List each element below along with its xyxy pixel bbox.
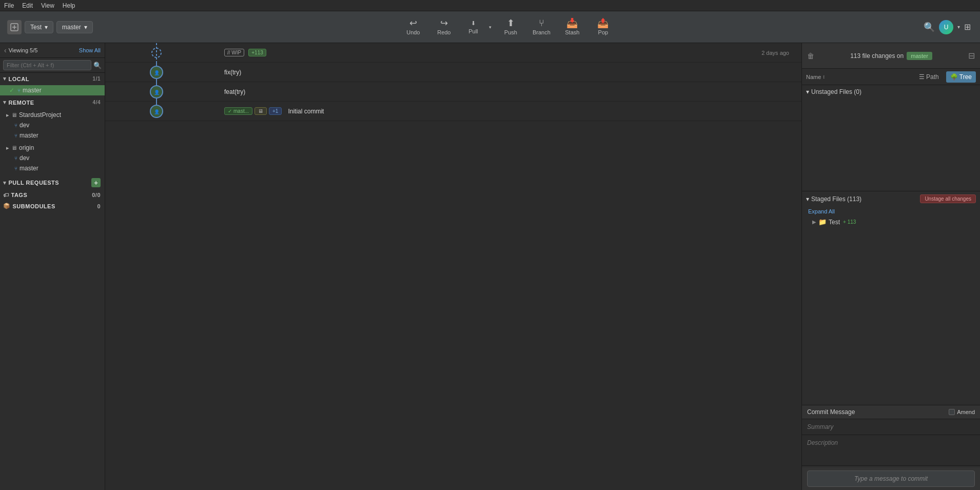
pull-requests-section-header[interactable]: ▾ PULL REQUESTS + (0, 175, 105, 189)
remote-group-stardustproject-header[interactable]: ▸ 🖥 StardustProject (0, 110, 105, 120)
stash-button[interactable]: 📥 Stash (558, 14, 586, 40)
branch-label: Branch (533, 29, 551, 35)
tags-section-header[interactable]: 🏷 TAGS 0/0 (0, 189, 105, 200)
unstaged-header[interactable]: ▾ Unstaged Files (0) (802, 85, 980, 99)
user-dropdown-button[interactable]: ▾ (957, 24, 960, 30)
submodules-label: SUBMODULES (13, 203, 55, 209)
staged-header[interactable]: ▾ Staged Files (113) Unstage all changes (802, 191, 980, 206)
remote-origin-collapse-icon: ▸ (6, 145, 9, 151)
graph-lane-fix: 👤 (105, 63, 218, 82)
expand-all-row[interactable]: Expand All (802, 206, 980, 217)
unstage-all-button[interactable]: Unstage all changes (920, 194, 976, 203)
local-branch-master[interactable]: ✓ ⑂ master (0, 85, 105, 95)
tags-count: 0/0 (92, 192, 101, 198)
commit-row-feat[interactable]: 👤 feat(try) (105, 82, 801, 102)
repo-dropdown-icon: ▾ (45, 24, 48, 31)
svg-point-2 (152, 48, 161, 57)
staged-collapse-icon: ▾ (806, 195, 809, 203)
commit-row-fix[interactable]: 👤 fix(try) (105, 63, 801, 82)
remote-stardustproject-dev[interactable]: ⑂ dev (0, 120, 105, 130)
plus-icon: + (843, 219, 846, 225)
name-label: Name (806, 74, 821, 80)
path-icon: ☰ (919, 73, 925, 81)
stardustproject-label: StardustProject (19, 111, 61, 119)
menu-help[interactable]: Help (63, 2, 75, 9)
sidebar-back-button[interactable]: ‹ (4, 46, 7, 54)
commit-message-area: Commit Message Amend Type a message to c… (802, 405, 980, 490)
branch-button[interactable]: ⑂ Branch (527, 14, 556, 40)
commit-row-wip[interactable]: // WIP +113 2 days ago (105, 43, 801, 63)
tree-label: Tree (959, 73, 972, 81)
expand-button[interactable]: ⊞ (964, 22, 971, 32)
tags-section-left: 🏷 TAGS (3, 192, 27, 198)
commit-info-initial: ✓ mast... 🖥 +1 Initial commit (218, 107, 801, 115)
stash-icon: 📥 (566, 18, 578, 28)
toolbar-actions: ↩ Undo ↪ Redo ⬇ Pull ▾ ⬆ Push ⑂ Branch 📥… (94, 14, 923, 40)
undo-button[interactable]: ↩ Undo (399, 14, 427, 40)
push-button[interactable]: ⬆ Push (496, 14, 525, 40)
user-avatar[interactable]: U (939, 20, 953, 34)
submodules-count: 0 (97, 203, 101, 209)
toolbar: Test ▾ master ▾ ↩ Undo ↪ Redo ⬇ Pull ▾ ⬆… (0, 11, 980, 43)
search-button[interactable]: 🔍 (924, 22, 935, 33)
commit-row-initial[interactable]: 👤 ✓ mast... 🖥 +1 Initial commit (105, 102, 801, 121)
pop-button[interactable]: 📤 Pop (589, 14, 617, 40)
branch-name: master (62, 24, 81, 31)
stash-label: Stash (565, 29, 579, 35)
staged-header-left: ▾ Staged Files (113) (806, 195, 861, 203)
remote-count: 4/4 (93, 100, 101, 105)
graph-svg-wip (105, 43, 218, 63)
submodules-section-header[interactable]: 📦 SUBMODULES 0 (0, 200, 105, 211)
remote-group-server-icon: 🖥 (11, 112, 17, 118)
trash-button[interactable]: 🗑 (807, 52, 814, 60)
wip-time: 2 days ago (761, 50, 795, 56)
commit-message-feat: feat(try) (224, 88, 245, 95)
repo-selector[interactable]: Test ▾ (25, 21, 53, 33)
remote-origin-master[interactable]: ⑂ master (0, 163, 105, 173)
local-section-content: ✓ ⑂ master (0, 84, 105, 96)
remote-master-icon: ⑂ (14, 133, 17, 139)
menu-edit[interactable]: Edit (22, 2, 33, 9)
show-all-link[interactable]: Show All (79, 47, 101, 53)
name-column-header[interactable]: Name ↕ (806, 74, 825, 80)
remote-collapse-icon: ▾ (3, 99, 7, 106)
path-label: Path (926, 73, 939, 81)
graph-svg-initial: 👤 (105, 102, 218, 121)
add-pr-button[interactable]: + (91, 178, 101, 187)
test-folder-label: Test (829, 219, 840, 226)
test-folder-item[interactable]: ▶ 📁 Test + 113 (802, 217, 980, 227)
menu-file[interactable]: File (4, 2, 14, 9)
tree-tab[interactable]: 🌳 Tree (946, 71, 976, 83)
pull-button[interactable]: ⬇ Pull (460, 14, 486, 40)
commit-message-initial: Initial commit (288, 108, 324, 115)
remote-section-content: ▸ 🖥 StardustProject ⑂ dev ⑂ master ▸ 🖥 (0, 108, 105, 175)
pr-section-left: ▾ PULL REQUESTS (3, 180, 59, 186)
local-section-left: ▾ LOCAL (3, 75, 29, 82)
description-input[interactable] (802, 435, 980, 466)
menu-view[interactable]: View (41, 2, 54, 9)
main-layout: ‹ Viewing 5/5 Show All 🔍 ▾ LOCAL 1/1 ✓ ⑂… (0, 43, 980, 490)
remote-dev-icon: ⑂ (14, 123, 17, 128)
folder-icon: 📁 (818, 218, 827, 226)
unstaged-collapse-icon: ▾ (806, 88, 809, 95)
expand-panel-button[interactable]: ⊟ (968, 51, 975, 61)
active-check-icon: ✓ (9, 87, 14, 94)
summary-input[interactable] (802, 419, 980, 435)
remote-count-tag: +1 (269, 107, 282, 115)
redo-button[interactable]: ↪ Redo (429, 14, 458, 40)
remote-section-header[interactable]: ▾ REMOTE 4/4 (0, 96, 105, 108)
remote-origin-dev[interactable]: ⑂ dev (0, 153, 105, 163)
filter-input[interactable] (3, 60, 91, 70)
path-tab[interactable]: ☰ Path (915, 71, 943, 83)
remote-group-origin-header[interactable]: ▸ 🖥 origin (0, 143, 105, 153)
commit-submit-button[interactable]: Type a message to commit (807, 471, 975, 487)
local-count: 1/1 (93, 76, 101, 82)
remote-stardustproject-master[interactable]: ⑂ master (0, 130, 105, 141)
submodules-icon: 📦 (3, 203, 11, 209)
undo-label: Undo (406, 29, 420, 35)
remote-origin-master-label: master (19, 165, 38, 172)
local-section-header[interactable]: ▾ LOCAL 1/1 (0, 73, 105, 84)
pull-dropdown-button[interactable]: ▾ (486, 14, 494, 40)
branch-selector[interactable]: master ▾ (56, 21, 93, 33)
amend-checkbox[interactable] (949, 409, 955, 415)
